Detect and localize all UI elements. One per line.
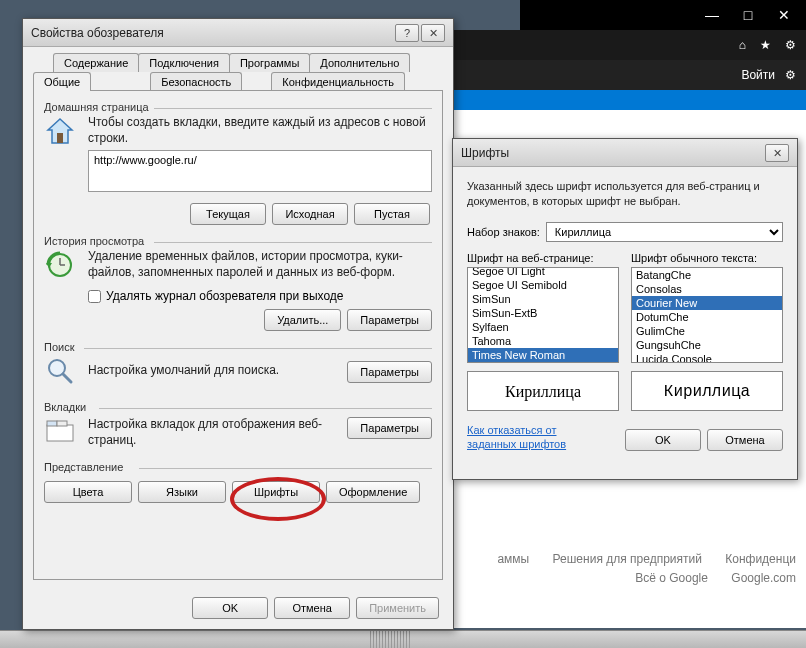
- list-item[interactable]: GungsuhChe: [632, 338, 782, 352]
- maximize-button[interactable]: □: [736, 5, 760, 25]
- btn-languages[interactable]: Языки: [138, 481, 226, 503]
- list-item[interactable]: Tahoma: [468, 334, 618, 348]
- footer-link[interactable]: Конфиденци: [725, 552, 796, 566]
- tab-panel-general: Домашняя страница Чтобы создать вкладки,…: [33, 90, 443, 580]
- history-description: Удаление временных файлов, истории просм…: [88, 249, 432, 280]
- btn-delete-history[interactable]: Удалить...: [264, 309, 341, 331]
- tab-privacy[interactable]: Конфиденциальность: [271, 72, 405, 91]
- plainfont-label: Шрифт обычного текста:: [631, 252, 783, 264]
- list-item[interactable]: Lucida Console: [632, 352, 782, 363]
- group-label: Представление: [44, 461, 432, 473]
- btn-colors[interactable]: Цвета: [44, 481, 132, 503]
- btn-use-default[interactable]: Исходная: [272, 203, 348, 225]
- tab-advanced[interactable]: Дополнительно: [309, 53, 410, 72]
- tab-connections[interactable]: Подключения: [138, 53, 230, 72]
- group-label: Домашняя страница: [44, 101, 432, 113]
- group-appearance: Представление Цвета Языки Шрифты Оформле…: [44, 461, 432, 503]
- taskbar-grip: [370, 631, 410, 648]
- home-icon[interactable]: ⌂: [739, 38, 746, 52]
- btn-ok[interactable]: OK: [192, 597, 268, 619]
- list-item[interactable]: DotumChe: [632, 310, 782, 324]
- list-item[interactable]: Courier New: [632, 296, 782, 310]
- group-history: История просмотра Удаление временных фай…: [44, 235, 432, 331]
- btn-fonts[interactable]: Шрифты: [232, 481, 320, 503]
- btn-use-blank[interactable]: Пустая: [354, 203, 430, 225]
- ignore-fonts-link[interactable]: Как отказаться от заданных шрифтов: [467, 423, 577, 452]
- internet-options-dialog: Свойства обозревателя ? ✕ Содержание Под…: [22, 18, 454, 630]
- charset-dropdown[interactable]: Кириллица: [546, 222, 783, 242]
- btn-history-settings[interactable]: Параметры: [347, 309, 432, 331]
- star-icon[interactable]: ★: [760, 38, 771, 52]
- btn-search-settings[interactable]: Параметры: [347, 361, 432, 383]
- homepage-description: Чтобы создать вкладки, введите каждый из…: [88, 115, 432, 146]
- group-label: Поиск: [44, 341, 432, 353]
- tabs-description: Настройка вкладок для отображения веб-ст…: [88, 417, 339, 448]
- svg-rect-10: [57, 421, 67, 426]
- tab-security[interactable]: Безопасность: [150, 72, 242, 91]
- charset-label: Набор знаков:: [467, 226, 540, 238]
- browser-toolbar: Войти ⚙: [430, 60, 806, 90]
- taskbar: [0, 630, 806, 648]
- list-item[interactable]: Times New Roman: [468, 348, 618, 362]
- btn-use-current[interactable]: Текущая: [190, 203, 266, 225]
- search-icon: [44, 355, 80, 391]
- footer-link[interactable]: Решения для предприятий: [553, 552, 702, 566]
- btn-cancel[interactable]: Отмена: [707, 429, 783, 451]
- login-link[interactable]: Войти: [741, 68, 775, 82]
- search-description: Настройка умолчаний для поиска.: [88, 363, 339, 379]
- group-label: Вкладки: [44, 401, 432, 413]
- dialog-titlebar: Свойства обозревателя ? ✕: [23, 19, 453, 47]
- list-item[interactable]: SimSun: [468, 292, 618, 306]
- tab-content[interactable]: Содержание: [53, 53, 139, 72]
- history-icon: [44, 249, 80, 285]
- group-homepage: Домашняя страница Чтобы создать вкладки,…: [44, 101, 432, 225]
- btn-apply[interactable]: Применить: [356, 597, 439, 619]
- btn-cancel[interactable]: Отмена: [274, 597, 350, 619]
- close-button[interactable]: ✕: [421, 24, 445, 42]
- footer-link[interactable]: аммы: [497, 552, 529, 566]
- list-item[interactable]: Segoe UI Semibold: [468, 278, 618, 292]
- list-item[interactable]: SimSun-ExtB: [468, 306, 618, 320]
- delete-on-exit-checkbox[interactable]: [88, 290, 101, 303]
- group-label: История просмотра: [44, 235, 432, 247]
- btn-ok[interactable]: OK: [625, 429, 701, 451]
- delete-on-exit-label: Удалять журнал обозревателя при выходе: [106, 289, 344, 303]
- group-search: Поиск Настройка умолчаний для поиска. Па…: [44, 341, 432, 391]
- help-button[interactable]: ?: [395, 24, 419, 42]
- dialog-title: Шрифты: [461, 146, 763, 160]
- svg-rect-8: [47, 425, 73, 441]
- homepage-url-input[interactable]: [88, 150, 432, 192]
- browser-tab-bar: ⌂ ★ ⚙: [430, 30, 806, 60]
- dialog-titlebar: Шрифты ✕: [453, 139, 797, 167]
- btn-accessibility[interactable]: Оформление: [326, 481, 420, 503]
- plainfont-preview: Кириллица: [631, 371, 783, 411]
- tabs-icon: [44, 415, 80, 451]
- gear-icon[interactable]: ⚙: [785, 68, 796, 82]
- webfont-label: Шрифт на веб-странице:: [467, 252, 619, 264]
- fonts-description: Указанный здесь шрифт используется для в…: [467, 179, 783, 210]
- group-tabs: Вкладки Настройка вкладок для отображени…: [44, 401, 432, 451]
- webfont-listbox[interactable]: Segoe UI LightSegoe UI SemiboldSimSunSim…: [467, 267, 619, 363]
- svg-rect-1: [57, 133, 63, 143]
- footer-link[interactable]: Всё о Google: [635, 571, 708, 585]
- plainfont-listbox[interactable]: BatangCheConsolasCourier NewDotumCheGuli…: [631, 267, 783, 363]
- tab-programs[interactable]: Программы: [229, 53, 310, 72]
- minimize-button[interactable]: —: [700, 5, 724, 25]
- page-footer: аммы Решения для предприятий Конфиденци …: [477, 550, 796, 588]
- btn-tabs-settings[interactable]: Параметры: [347, 417, 432, 439]
- list-item[interactable]: GulimChe: [632, 324, 782, 338]
- tab-strip: Содержание Подключения Программы Дополни…: [33, 53, 443, 91]
- home-icon: [44, 115, 80, 151]
- gear-icon[interactable]: ⚙: [785, 38, 796, 52]
- list-item[interactable]: Sylfaen: [468, 320, 618, 334]
- close-button[interactable]: ✕: [772, 5, 796, 25]
- list-item[interactable]: Segoe UI Light: [468, 267, 618, 278]
- tab-general[interactable]: Общие: [33, 72, 91, 91]
- dialog-title: Свойства обозревателя: [31, 26, 393, 40]
- close-button[interactable]: ✕: [765, 144, 789, 162]
- list-item[interactable]: BatangChe: [632, 268, 782, 282]
- svg-line-7: [63, 374, 71, 382]
- footer-link[interactable]: Google.com: [731, 571, 796, 585]
- app-window-controls: — □ ✕: [520, 0, 806, 30]
- list-item[interactable]: Consolas: [632, 282, 782, 296]
